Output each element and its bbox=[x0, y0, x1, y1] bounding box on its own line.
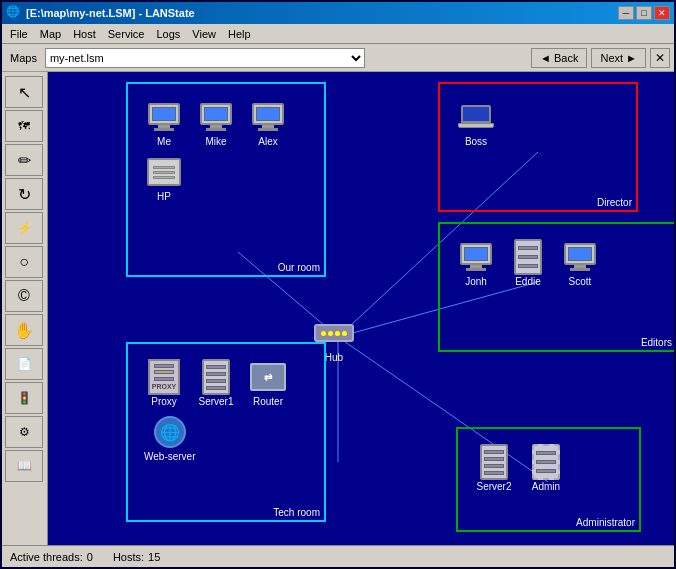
node-admin-label: Admin bbox=[532, 481, 560, 492]
node-boss[interactable]: Boss bbox=[456, 100, 496, 147]
active-threads-section: Active threads: 0 bbox=[10, 551, 93, 563]
window-title: [E:\map\my-net.LSM] - LANState bbox=[26, 7, 618, 19]
node-jonh[interactable]: Jonh bbox=[456, 240, 496, 287]
menu-bar: File Map Host Service Logs View Help bbox=[2, 24, 674, 44]
document-tool[interactable]: 📄 bbox=[5, 348, 43, 380]
node-eddie[interactable]: Eddie bbox=[508, 240, 548, 287]
hosts-value: 15 bbox=[148, 551, 160, 563]
node-scott-label: Scott bbox=[569, 276, 592, 287]
status-bar: Active threads: 0 Hosts: 15 bbox=[2, 545, 674, 567]
node-webserver[interactable]: 🌐 Web-server bbox=[144, 415, 196, 462]
gear-tool[interactable]: ⚙ bbox=[5, 416, 43, 448]
active-threads-label: Active threads: bbox=[10, 551, 83, 563]
node-scott[interactable]: Scott bbox=[560, 240, 600, 287]
menu-view[interactable]: View bbox=[186, 26, 222, 42]
tech-nodes: PROXY Proxy bbox=[132, 348, 320, 486]
menu-service[interactable]: Service bbox=[102, 26, 151, 42]
node-proxy-label: Proxy bbox=[151, 396, 177, 407]
director-label: Director bbox=[597, 197, 632, 208]
maps-label: Maps bbox=[6, 52, 41, 64]
node-jonh-label: Jonh bbox=[465, 276, 487, 287]
window-controls: ─ □ ✕ bbox=[618, 6, 670, 20]
node-server2-label: Server2 bbox=[476, 481, 511, 492]
left-toolbar: ↖ 🗺 ✏ ↻ ⚡ ○ © ✋ 📄 🚦 ⚙ 📖 bbox=[2, 72, 48, 545]
traffic-tool[interactable]: 🚦 bbox=[5, 382, 43, 414]
hub-port-4 bbox=[342, 331, 347, 336]
menu-host[interactable]: Host bbox=[67, 26, 102, 42]
pencil-tool[interactable]: ✏ bbox=[5, 144, 43, 176]
our-room-nodes: Me Mike bbox=[132, 88, 320, 226]
node-hp-icon bbox=[144, 155, 184, 189]
node-server1-icon bbox=[196, 360, 236, 394]
hosts-label: Hosts: bbox=[113, 551, 144, 563]
maximize-button[interactable]: □ bbox=[636, 6, 652, 20]
node-me[interactable]: Me bbox=[144, 100, 184, 147]
node-eddie-icon bbox=[508, 240, 548, 274]
node-hub-label: Hub bbox=[325, 352, 343, 363]
node-me-label: Me bbox=[157, 136, 171, 147]
admin-nodes: Server2 Admin bbox=[462, 433, 635, 516]
map-tool[interactable]: 🗺 bbox=[5, 110, 43, 142]
node-alex-label: Alex bbox=[258, 136, 277, 147]
toolbar: Maps my-net.lsm ◄ Back Next ► ✕ bbox=[2, 44, 674, 72]
node-hp[interactable]: HP bbox=[144, 155, 184, 202]
node-scott-icon bbox=[560, 240, 600, 274]
connect-tool[interactable]: ⚡ bbox=[5, 212, 43, 244]
cursor-tool[interactable]: ↖ bbox=[5, 76, 43, 108]
node-mike[interactable]: Mike bbox=[196, 100, 236, 147]
node-server1[interactable]: Server1 bbox=[196, 360, 236, 407]
title-bar: 🌐 [E:\map\my-net.LSM] - LANState ─ □ ✕ bbox=[2, 2, 674, 24]
hub-port-1 bbox=[321, 331, 326, 336]
close-map-button[interactable]: ✕ bbox=[650, 48, 670, 68]
copyright-tool[interactable]: © bbox=[5, 280, 43, 312]
maps-dropdown[interactable]: my-net.lsm bbox=[45, 48, 365, 68]
active-threads-value: 0 bbox=[87, 551, 93, 563]
node-webserver-label: Web-server bbox=[144, 451, 196, 462]
node-admin[interactable]: Admin bbox=[526, 445, 566, 492]
menu-help[interactable]: Help bbox=[222, 26, 257, 42]
tech-label: Tech room bbox=[273, 507, 320, 518]
hub-port-2 bbox=[328, 331, 333, 336]
node-server1-label: Server1 bbox=[198, 396, 233, 407]
group-editors: Jonh Eddie bbox=[438, 222, 674, 352]
group-director: Boss Director bbox=[438, 82, 638, 212]
node-alex-icon bbox=[248, 100, 288, 134]
refresh-tool[interactable]: ↻ bbox=[5, 178, 43, 210]
main-area: ↖ 🗺 ✏ ↻ ⚡ ○ © ✋ 📄 🚦 ⚙ 📖 bbox=[2, 72, 674, 545]
node-webserver-icon: 🌐 bbox=[150, 415, 190, 449]
node-boss-label: Boss bbox=[465, 136, 487, 147]
hub-port-3 bbox=[335, 331, 340, 336]
node-server2[interactable]: Server2 bbox=[474, 445, 514, 492]
book-tool[interactable]: 📖 bbox=[5, 450, 43, 482]
node-eddie-label: Eddie bbox=[515, 276, 541, 287]
next-button[interactable]: Next ► bbox=[591, 48, 646, 68]
node-boss-icon bbox=[456, 100, 496, 134]
circle-tool[interactable]: ○ bbox=[5, 246, 43, 278]
node-admin-icon bbox=[526, 445, 566, 479]
node-me-icon bbox=[144, 100, 184, 134]
close-button[interactable]: ✕ bbox=[654, 6, 670, 20]
our-room-label: Our room bbox=[278, 262, 320, 273]
node-router[interactable]: ⇄ Router bbox=[248, 360, 288, 407]
menu-logs[interactable]: Logs bbox=[150, 26, 186, 42]
back-button[interactable]: ◄ Back bbox=[531, 48, 587, 68]
editors-nodes: Jonh Eddie bbox=[444, 228, 672, 311]
editors-label: Editors bbox=[641, 337, 672, 348]
director-nodes: Boss bbox=[444, 88, 632, 171]
node-alex[interactable]: Alex bbox=[248, 100, 288, 147]
menu-file[interactable]: File bbox=[4, 26, 34, 42]
node-jonh-icon bbox=[456, 240, 496, 274]
admin-label: Administrator bbox=[576, 517, 635, 528]
app-icon: 🌐 bbox=[6, 5, 22, 21]
node-mike-icon bbox=[196, 100, 236, 134]
node-proxy-icon: PROXY bbox=[144, 360, 184, 394]
node-router-icon: ⇄ bbox=[248, 360, 288, 394]
hosts-section: Hosts: 15 bbox=[113, 551, 160, 563]
minimize-button[interactable]: ─ bbox=[618, 6, 634, 20]
group-admin: Server2 Admin Admini bbox=[456, 427, 641, 532]
main-window: 🌐 [E:\map\my-net.LSM] - LANState ─ □ ✕ F… bbox=[0, 0, 676, 569]
node-router-label: Router bbox=[253, 396, 283, 407]
node-proxy[interactable]: PROXY Proxy bbox=[144, 360, 184, 407]
menu-map[interactable]: Map bbox=[34, 26, 67, 42]
hand-tool[interactable]: ✋ bbox=[5, 314, 43, 346]
